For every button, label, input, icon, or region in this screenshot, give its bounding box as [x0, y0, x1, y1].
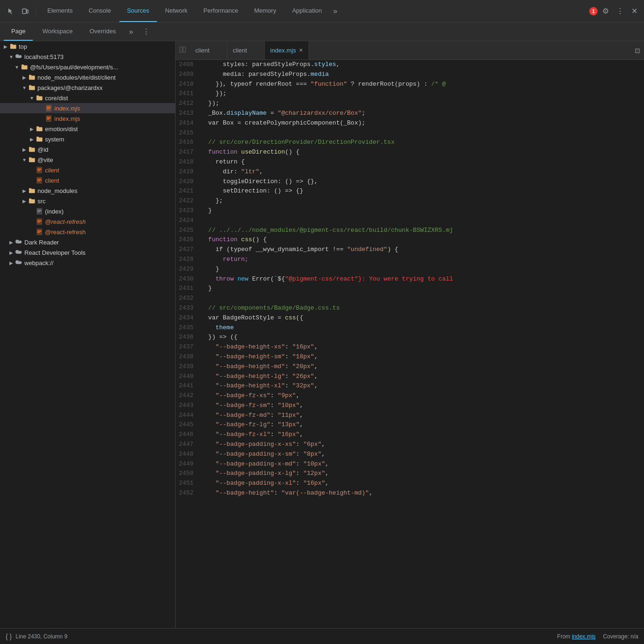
tree-item-react-refresh-italic[interactable]: ▶ @react-refresh: [0, 216, 175, 227]
tree-item-localhost[interactable]: ▼ localhost:5173: [0, 52, 175, 62]
code-line: 2443 "--badge-fz-sm": "10px",: [176, 401, 644, 411]
tab-performance[interactable]: Performance: [196, 0, 245, 22]
tree-label-index-selected: index.mjs: [54, 105, 80, 112]
folder-icon-src: [28, 197, 36, 205]
tree-arrow-localhost: ▼: [7, 53, 15, 60]
editor-area: client client index.mjs ✕ ⊡ 2408 styles:…: [176, 41, 644, 628]
code-editor[interactable]: 2408 styles: parsedStyleProps.styles,240…: [176, 60, 644, 628]
code-line: 2421 setDirection: () => {}: [176, 186, 644, 196]
tree-arrow-vite: ▶: [21, 74, 28, 81]
tree-item-client-italic[interactable]: ▶ client: [0, 165, 175, 175]
tree-arrow-id: ▶: [21, 146, 28, 153]
tree-arrow-charizardxx: ▼: [21, 84, 28, 91]
code-line: 2447 "--badge-padding-x-xs": "6px",: [176, 440, 644, 450]
close-devtools-btn[interactable]: ✕: [629, 4, 640, 18]
tree-item-emotion[interactable]: ▶ emotion/dist: [0, 124, 175, 134]
settings-btn[interactable]: ⚙: [600, 4, 612, 18]
editor-tab-index-mjs[interactable]: index.mjs ✕: [265, 41, 309, 59]
tab-application[interactable]: Application: [285, 0, 330, 22]
subtab-more-options-btn[interactable]: ⋮: [139, 25, 154, 38]
tree-item-system[interactable]: ▶ system: [0, 134, 175, 144]
tree-arrow-node-modules: ▶: [21, 187, 28, 194]
subtab-page[interactable]: Page: [4, 22, 33, 41]
code-line: 2442 "--badge-fz-xs": "9px",: [176, 391, 644, 401]
code-line: 2432: [176, 294, 644, 303]
code-line: 2414 var Box = createPolymorphicComponen…: [176, 118, 644, 128]
more-tabs-btn[interactable]: »: [330, 4, 340, 18]
tree-arrow-core: ▼: [28, 94, 36, 102]
tree-item-react-dev-tools[interactable]: ▶ React Developer Tools: [0, 247, 175, 258]
tab-memory[interactable]: Memory: [247, 0, 284, 22]
top-toolbar: Elements Console Sources Network Perform…: [0, 0, 644, 22]
device-icon-btn[interactable]: [19, 5, 32, 18]
folder-icon-fs: [21, 63, 28, 71]
tree-item-id[interactable]: ▶ @id: [0, 144, 175, 155]
more-options-btn[interactable]: ⋮: [614, 4, 627, 18]
tree-label-rr: @react-refresh: [45, 229, 86, 236]
tree-item-vite-client[interactable]: ▶ node_modules/vite/dist/client: [0, 72, 175, 82]
file-icon-index-selected: [45, 104, 52, 112]
code-line: 2430 throw new Error(`${"@pigment-css/re…: [176, 274, 644, 284]
tree-item-charizardxx[interactable]: ▼ packages/@charizardxx: [0, 82, 175, 93]
code-line: 2446 "--badge-fz-xl": "16px",: [176, 430, 644, 440]
tab-elements[interactable]: Elements: [40, 0, 80, 22]
folder-icon-node-modules: [28, 187, 36, 194]
sidebar-collapse-btn[interactable]: [176, 43, 190, 58]
folder-icon-vite2: [28, 156, 36, 163]
code-line: 2426 function css() {: [176, 235, 644, 245]
tree-item-index-mjs2[interactable]: ▶ index.mjs: [0, 113, 175, 124]
code-line: 2417 function useDirection() {: [176, 148, 644, 157]
more-subtabs-btn[interactable]: »: [126, 26, 137, 38]
tree-arrow-top: ▶: [2, 43, 9, 50]
tree-item-core-dist[interactable]: ▼ core/dist: [0, 93, 175, 103]
code-line: 2444 "--badge-fz-md": "11px",: [176, 411, 644, 421]
editor-tabs-bar: client client index.mjs ✕ ⊡: [176, 41, 644, 60]
code-line: 2412 });: [176, 99, 644, 109]
code-line: 2434 var BadgeRootStyle = css({: [176, 313, 644, 323]
subtab-overrides[interactable]: Overrides: [82, 22, 123, 41]
tree-label-dark-reader: Dark Reader: [24, 239, 59, 246]
code-line: 2438 "--badge-height-sm": "18px",: [176, 352, 644, 362]
tree-item-top[interactable]: ▶ top: [0, 41, 175, 52]
tree-arrow-src: ▶: [21, 197, 28, 205]
folder-icon-vite: [28, 74, 36, 81]
pretty-print-btn[interactable]: { }: [6, 633, 12, 640]
tree-label-system: system: [45, 136, 64, 143]
tree-label-client-italic: client: [45, 167, 59, 174]
code-line: 2411 });: [176, 89, 644, 99]
tree-item-fs-users[interactable]: ▼ @fs/Users/paul/development/s...: [0, 62, 175, 72]
code-line: 2408 styles: parsedStyleProps.styles,: [176, 60, 644, 70]
status-from-link[interactable]: index.mjs: [572, 633, 596, 640]
code-line: 2437 "--badge-height-xs": "16px",: [176, 342, 644, 352]
tree-label-vite2: @vite: [37, 156, 53, 163]
tab-sources[interactable]: Sources: [119, 0, 157, 22]
code-line: 2439 "--badge-height-md": "20px",: [176, 362, 644, 372]
editor-tab-close-btn[interactable]: ✕: [299, 47, 303, 53]
tab-console[interactable]: Console: [81, 0, 118, 22]
tree-item-client2[interactable]: ▶ client: [0, 175, 175, 185]
tree-label-core: core/dist: [45, 95, 68, 102]
tree-item-src[interactable]: ▶ src: [0, 196, 175, 206]
code-line: 2415: [176, 128, 644, 138]
tree-label-vite: node_modules/vite/dist/client: [37, 74, 116, 81]
tree-item-index-mjs-selected[interactable]: ▶ index.mjs: [0, 103, 175, 113]
editor-tab-client2[interactable]: client: [227, 41, 265, 59]
file-icon-rr-italic: [36, 218, 43, 225]
tab-network[interactable]: Network: [158, 0, 195, 22]
editor-expand-btn[interactable]: ⊡: [631, 43, 644, 58]
cloud-icon-react-dev: [15, 249, 22, 256]
folder-icon-id: [28, 146, 36, 153]
cursor-icon-btn[interactable]: [4, 5, 17, 18]
code-line: 2419 dir: "ltr",: [176, 167, 644, 177]
status-left: { } Line 2430, Column 9: [6, 633, 67, 640]
error-badge-container[interactable]: 1: [589, 7, 598, 15]
tree-item-react-refresh[interactable]: ▶ @react-refresh: [0, 227, 175, 237]
tree-item-vite[interactable]: ▼ @vite: [0, 155, 175, 165]
editor-tab-client1[interactable]: client: [190, 41, 227, 59]
tree-item-index-file[interactable]: ▶ (index): [0, 206, 175, 216]
tree-item-node-modules[interactable]: ▶ node_modules: [0, 185, 175, 196]
tree-item-webpack[interactable]: ▶ webpack://: [0, 258, 175, 268]
tree-item-dark-reader[interactable]: ▶ Dark Reader: [0, 237, 175, 247]
folder-icon-top: [9, 43, 17, 50]
subtab-workspace[interactable]: Workspace: [35, 22, 80, 41]
